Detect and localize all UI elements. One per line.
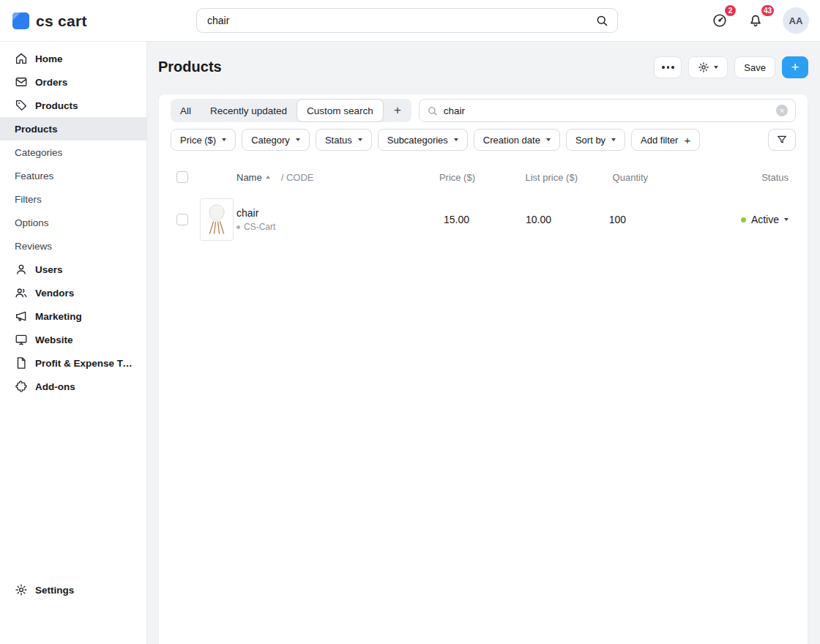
topbar: cs cart 2 43 AA [0, 0, 820, 42]
chair-image [204, 203, 229, 236]
tab-all[interactable]: All [171, 99, 201, 122]
chevron-down-icon [546, 138, 551, 141]
filter-chip-status[interactable]: Status [316, 129, 372, 151]
product-company: CS-Cart [236, 222, 393, 232]
sort-by-code[interactable]: / CODE [281, 172, 314, 183]
more-actions-button[interactable] [654, 56, 682, 78]
save-button[interactable]: Save [734, 56, 775, 78]
user-avatar[interactable]: AA [783, 7, 809, 34]
megaphone-icon [15, 310, 28, 323]
table-row: chair CS-Cart 15.00 10.00 100 Active [171, 196, 796, 243]
chevron-down-icon [358, 138, 362, 141]
sidebar-subitem-options[interactable]: Options [0, 211, 146, 234]
product-name-link[interactable]: chair [236, 207, 393, 219]
products-card: All Recently updated Custom search + × P… [158, 94, 808, 644]
row-checkbox[interactable] [176, 214, 188, 225]
filter-chip-price[interactable]: Price ($) [171, 129, 236, 151]
product-quantity: 100 [584, 214, 657, 225]
sidebar-item-label: Settings [35, 585, 74, 596]
plus-icon: + [684, 134, 690, 146]
sidebar-subitem-products[interactable]: Products [0, 117, 146, 141]
sidebar-item-addons[interactable]: Add-ons [0, 375, 146, 398]
product-thumbnail[interactable] [200, 198, 234, 241]
sidebar-item-users[interactable]: Users [0, 258, 146, 281]
sidebar-item-label: Orders [35, 77, 67, 88]
products-search-input[interactable] [444, 105, 770, 116]
sort-by-name[interactable]: Name [236, 172, 270, 183]
sidebar-item-profit-expense-tracker[interactable]: Profit & Expense Tra… [0, 351, 146, 375]
sidebar: Home Orders Products Products Categories… [0, 42, 147, 644]
chevron-down-icon [784, 218, 789, 221]
sidebar-subitem-label: Filters [15, 194, 42, 205]
column-header-quantity[interactable]: Quantity [584, 172, 657, 183]
user-icon [15, 263, 28, 276]
filter-chip-category[interactable]: Category [242, 129, 310, 151]
sidebar-item-label: Users [35, 264, 63, 275]
column-header-price[interactable]: Price ($) [393, 172, 481, 183]
search-icon[interactable] [595, 14, 608, 27]
global-search-input[interactable] [207, 15, 595, 26]
chevron-down-icon [222, 138, 226, 141]
performance-gauge-button[interactable]: 2 [707, 7, 733, 34]
sidebar-item-settings[interactable]: Settings [0, 578, 146, 602]
filter-funnel-button[interactable] [768, 129, 796, 151]
select-all-checkbox[interactable] [176, 171, 188, 183]
product-status-dropdown[interactable]: Active [657, 214, 796, 225]
add-product-button[interactable]: + [782, 56, 808, 78]
settings-dropdown-button[interactable] [688, 56, 728, 78]
search-icon [427, 105, 438, 116]
sidebar-item-label: Marketing [35, 311, 82, 322]
status-dot-icon [741, 217, 746, 222]
column-header-status[interactable]: Status [657, 172, 796, 183]
global-search [196, 8, 618, 33]
sidebar-subitem-features[interactable]: Features [0, 164, 146, 187]
sidebar-subitem-label: Categories [15, 147, 62, 158]
gear-icon [15, 583, 28, 596]
sidebar-subitem-reviews[interactable]: Reviews [0, 234, 146, 258]
sidebar-item-vendors[interactable]: Vendors [0, 281, 146, 304]
sidebar-item-marketing[interactable]: Marketing [0, 304, 146, 328]
notifications-bell-button[interactable]: 43 [742, 7, 769, 34]
sidebar-item-products[interactable]: Products [0, 94, 146, 117]
sidebar-subitem-label: Products [15, 124, 58, 135]
orders-icon [15, 75, 28, 89]
puzzle-icon [15, 380, 28, 393]
users-icon [15, 286, 28, 299]
add-filter-button[interactable]: Add filter+ [631, 129, 700, 151]
tabs-row: All Recently updated Custom search + × [171, 99, 796, 122]
filter-chip-creation-date[interactable]: Creation date [474, 129, 560, 151]
tab-custom-search[interactable]: Custom search [297, 99, 384, 122]
product-price: 15.00 [393, 214, 481, 225]
filter-chip-subcategories[interactable]: Subcategories [378, 129, 468, 151]
sidebar-item-orders[interactable]: Orders [0, 70, 146, 94]
sort-asc-icon [266, 176, 270, 179]
gear-icon [698, 61, 709, 73]
filter-chip-sort-by[interactable]: Sort by [566, 129, 625, 151]
sidebar-item-home[interactable]: Home [0, 47, 146, 70]
products-search: × [419, 99, 796, 122]
ellipsis-icon [662, 66, 674, 69]
monitor-icon [15, 333, 28, 346]
clear-search-icon[interactable]: × [776, 105, 788, 116]
add-tab-button[interactable]: + [384, 103, 411, 118]
sidebar-subitem-filters[interactable]: Filters [0, 187, 146, 211]
view-tabs: All Recently updated Custom search + [171, 99, 411, 122]
sidebar-item-website[interactable]: Website [0, 328, 146, 351]
sidebar-subitem-label: Reviews [15, 241, 52, 252]
tab-recently-updated[interactable]: Recently updated [201, 99, 297, 122]
filter-chips-row: Price ($) Category Status Subcategories … [171, 129, 796, 151]
logo[interactable]: cs cart [12, 0, 87, 42]
sidebar-item-label: Website [35, 334, 73, 345]
home-icon [15, 52, 28, 65]
page-title: Products [158, 59, 222, 75]
sidebar-subitem-categories[interactable]: Categories [0, 141, 146, 164]
tag-icon [15, 99, 28, 112]
sidebar-item-label: Add-ons [35, 381, 75, 392]
sidebar-subitem-label: Features [15, 171, 53, 181]
column-header-list-price[interactable]: List price ($) [481, 172, 584, 183]
chevron-down-icon [296, 138, 300, 141]
chevron-down-icon [611, 138, 616, 141]
logo-text: cs cart [36, 12, 87, 30]
sidebar-item-label: Profit & Expense Tra… [35, 358, 136, 369]
bell-badge: 43 [761, 5, 774, 16]
